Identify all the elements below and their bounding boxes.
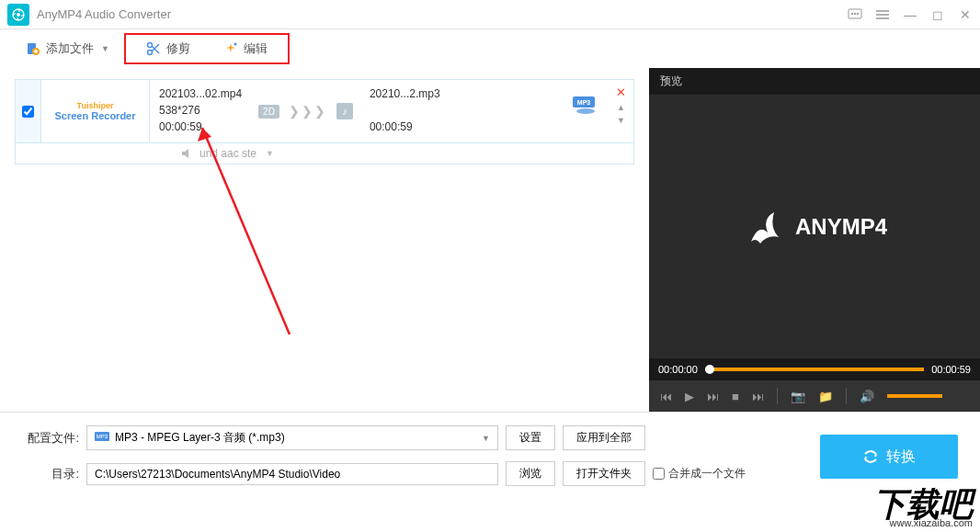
player-controls: ⏮ ▶ ⏭ ■ ⏭ 📷 📁 🔊 [649,380,980,412]
toolbar: 添加文件 ▼ 修剪 编辑 [0,29,980,68]
thumb-line2: Screen Recorder [54,110,135,121]
bottom-bar: 配置文件: MP3 MP3 - MPEG Layer-3 音频 (*.mp3) … [0,412,980,504]
sparkle-icon [223,41,238,56]
apply-all-button[interactable]: 应用到全部 [563,425,645,450]
source-duration: 00:00:59 [159,119,242,135]
volume-icon[interactable]: 🔊 [860,390,874,403]
audio-track-row[interactable]: und aac ste ▼ [15,143,634,164]
time-total: 00:00:59 [931,364,971,375]
open-folder-button[interactable]: 打开文件夹 [563,461,645,486]
merge-label: 合并成一个文件 [668,466,746,481]
thumbnail: Tuishiper Screen Recorder [41,80,150,142]
svg-point-18 [576,108,595,114]
profile-label: 配置文件: [18,430,79,447]
svg-point-1 [17,13,20,17]
merge-checkbox-label[interactable]: 合并成一个文件 [653,466,746,481]
svg-point-5 [857,13,859,15]
next-icon[interactable]: ⏭ [707,390,719,403]
file-list: Tuishiper Screen Recorder 202103...02.mp… [0,68,649,412]
skip-icon[interactable]: ⏭ [752,390,764,403]
scissors-icon [146,41,161,56]
chevron-down-icon: ▼ [101,44,109,53]
preview-panel: 预览 ANYMP4 00:00:00 00:00:59 ⏮ ▶ ⏭ ■ ⏭ 📷 … [649,68,980,412]
move-up-icon[interactable]: ▲ [617,103,625,112]
profile-value: MP3 - MPEG Layer-3 音频 (*.mp3) [115,430,285,446]
minimize-icon[interactable]: — [903,7,917,22]
trim-button[interactable]: 修剪 [130,37,207,61]
progress-bar[interactable] [705,368,924,371]
add-file-button[interactable]: 添加文件 ▼ [17,37,119,61]
svg-point-15 [234,43,236,46]
progress-handle[interactable] [705,365,714,374]
watermark-text: 下载吧 [873,490,973,519]
convert-icon [862,448,879,465]
dir-label: 目录: [18,466,79,482]
destination-filename: 20210...2.mp3 [370,85,440,102]
edit-button[interactable]: 编辑 [207,37,284,61]
maximize-icon[interactable]: ◻ [930,7,945,22]
trim-label: 修剪 [166,40,190,57]
svg-point-4 [854,13,856,15]
source-info: 202103...02.mp4 538*276 00:00:59 [159,85,242,137]
app-logo [7,4,29,26]
destination-duration: 00:00:59 [370,119,440,135]
window-controls: — ◻ ✕ [848,7,973,22]
mp3-format-icon: MP3 [573,95,598,115]
convert-button[interactable]: 转换 [820,435,958,479]
arrows-icon: ❯❯❯ [289,104,327,119]
chevron-down-icon: ▼ [482,434,490,443]
close-icon[interactable]: ✕ [958,7,973,22]
thumb-line1: Tuishiper [54,101,135,110]
file-info: 202103...02.mp4 538*276 00:00:59 2D ❯❯❯ … [150,80,633,142]
site-watermark: 下载吧 www.xiazaiba.com [866,486,980,532]
add-file-icon [26,41,40,56]
app-title: AnyMP4 Audio Converter [37,7,848,21]
brand-watermark: ANYMP4 [742,205,887,249]
source-filename: 202103...02.mp4 [159,85,242,102]
progress-row: 00:00:00 00:00:59 [649,358,980,380]
browse-button[interactable]: 浏览 [506,461,555,486]
dir-input[interactable]: C:\Users\27213\Documents\AnyMP4 Studio\V… [86,463,498,485]
row-checkbox[interactable] [22,106,34,118]
music-note-icon: ♪ [336,103,353,119]
titlebar: AnyMP4 Audio Converter — ◻ ✕ [0,0,980,29]
svg-text:MP3: MP3 [577,99,591,106]
move-down-icon[interactable]: ▼ [617,116,625,125]
menu-icon[interactable] [875,7,890,22]
destination-info: 20210...2.mp3 00:00:59 [370,85,440,137]
remove-row-icon[interactable]: ✕ [616,85,626,99]
chat-icon[interactable] [848,7,862,22]
row-checkbox-cell [16,80,41,142]
main-area: Tuishiper Screen Recorder 202103...02.mp… [0,68,980,412]
highlight-box: 修剪 编辑 [124,33,290,64]
edit-label: 编辑 [244,40,268,57]
svg-text:MP3: MP3 [97,434,108,439]
badge-2d: 2D [258,105,279,119]
brand-logo-icon [742,205,786,249]
conversion-indicator: 2D ❯❯❯ ♪ [258,85,353,137]
add-file-label: 添加文件 [46,40,94,57]
chevron-down-icon: ▼ [266,149,274,158]
separator [846,388,847,404]
time-current: 00:00:00 [658,364,698,375]
folder-icon[interactable]: 📁 [818,390,833,403]
play-icon[interactable]: ▶ [685,390,694,403]
audio-track-label: und aac ste [199,147,256,160]
preview-viewport: ANYMP4 [649,95,980,358]
convert-label: 转换 [886,447,916,467]
snapshot-icon[interactable]: 📷 [791,390,805,403]
brand-text: ANYMP4 [795,214,887,240]
separator [777,388,778,404]
stop-icon[interactable]: ■ [732,390,739,403]
profile-select[interactable]: MP3 MP3 - MPEG Layer-3 音频 (*.mp3) ▼ [86,425,498,450]
prev-icon[interactable]: ⏮ [660,390,672,403]
volume-slider[interactable] [887,394,942,398]
preview-header: 预览 [649,68,980,95]
merge-checkbox[interactable] [653,468,665,480]
source-resolution: 538*276 [159,102,242,119]
settings-button[interactable]: 设置 [506,425,555,450]
file-row[interactable]: Tuishiper Screen Recorder 202103...02.mp… [15,79,634,143]
speaker-icon [181,148,194,159]
mp3-icon: MP3 [95,432,109,445]
svg-point-3 [851,13,853,15]
